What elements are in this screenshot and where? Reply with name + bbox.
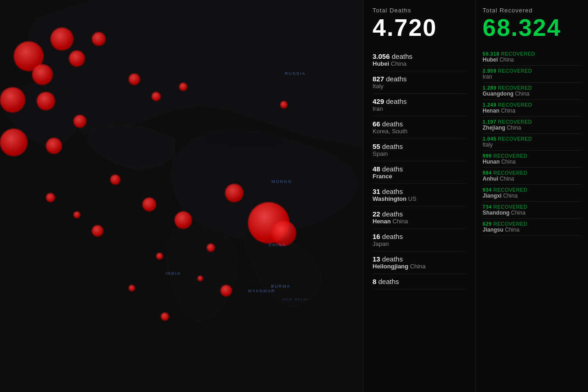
death-count-10: 8 deaths (373, 278, 466, 285)
death-location-5: France (373, 173, 466, 180)
epidemic-dot-s5 (92, 225, 103, 237)
epidemic-dot-s4 (207, 244, 215, 252)
epidemic-dot-eu7 (37, 92, 55, 110)
recovered-count-3: 1.249 recovered (483, 102, 581, 108)
epidemic-dot-iran (280, 101, 288, 108)
epidemic-dot-s7 (46, 193, 55, 202)
death-row-5: 48 deathsFrance (373, 161, 466, 184)
death-count-9: 13 deaths (373, 255, 466, 263)
right-panel: Total Deaths 4.720 3.056 deathsHubei Chi… (363, 0, 588, 392)
epidemic-dot-s2 (142, 198, 156, 211)
epidemic-dot-s10 (220, 285, 232, 296)
recovered-row-0: 50.318 recoveredHubei China (483, 49, 581, 66)
recovered-row-10: 629 recoveredJiangsu China (483, 219, 581, 236)
death-count-7: 22 deaths (373, 210, 466, 218)
epidemic-dot-mid2 (152, 92, 161, 101)
epidemic-dot-eu6 (0, 87, 25, 113)
death-count-8: 16 deaths (373, 233, 466, 240)
recovered-location-10: Jiangsu China (483, 227, 581, 233)
recovered-location-9: Shandong China (483, 210, 581, 216)
total-deaths-value: 4.720 (373, 16, 466, 40)
recovered-location-5: Italy (483, 142, 581, 148)
epidemic-dot-eu2 (51, 28, 74, 51)
death-count-1: 827 deaths (373, 75, 466, 83)
recovered-location-3: Henan China (483, 108, 581, 114)
death-count-5: 48 deaths (373, 165, 466, 173)
epidemic-dot-china2 (225, 184, 243, 202)
recovered-row-3: 1.249 recoveredHenan China (483, 100, 581, 117)
death-location-3: Korea, South (373, 128, 466, 135)
death-count-6: 31 deaths (373, 187, 466, 195)
death-row-1: 827 deathsItaly (373, 71, 466, 94)
deaths-list: 3.056 deathsHubei China827 deathsItaly42… (373, 49, 466, 290)
recovered-row-5: 1.045 recoveredItaly (483, 134, 581, 151)
total-recovered-label: Total Recovered (483, 7, 581, 14)
recovered-row-9: 734 recoveredShandong China (483, 202, 581, 219)
epidemic-dot-china1 (271, 221, 296, 246)
recovered-row-4: 1.197 recoveredZhejiang China (483, 117, 581, 134)
death-row-9: 13 deathsHeilongjiang China (373, 251, 466, 274)
epidemic-dot-mid1 (129, 74, 140, 85)
epidemic-dot-eu5 (92, 32, 106, 46)
recovered-count-0: 50.318 recovered (483, 51, 581, 57)
recovered-count-7: 984 recovered (483, 170, 581, 176)
death-location-9: Heilongjiang China (373, 263, 466, 270)
death-row-3: 66 deathsKorea, South (373, 116, 466, 139)
recovered-location-7: Anhui China (483, 176, 581, 182)
recovered-location-2: Guangdong China (483, 91, 581, 97)
recovered-location-4: Zhejiang China (483, 125, 581, 131)
total-recovered-value: 68.324 (483, 16, 581, 40)
recovered-location-6: Hunan China (483, 159, 581, 165)
epidemic-dot-eu3 (32, 64, 53, 85)
death-count-4: 55 deaths (373, 142, 466, 150)
epidemic-dot-s6 (156, 253, 163, 260)
epidemic-dot-eu4 (69, 51, 85, 67)
epidemic-dot-s12 (161, 312, 169, 321)
recovered-count-5: 1.045 recovered (483, 136, 581, 142)
death-count-2: 429 deaths (373, 97, 466, 105)
death-location-2: Iran (373, 105, 466, 112)
death-location-4: Spain (373, 150, 466, 157)
total-deaths-label: Total Deaths (373, 7, 466, 14)
death-row-10: 8 deaths (373, 274, 466, 290)
death-location-8: Japan (373, 240, 466, 247)
recovered-location-1: Iran (483, 74, 581, 80)
death-row-7: 22 deathsHenan China (373, 206, 466, 229)
death-row-0: 3.056 deathsHubei China (373, 49, 466, 71)
epidemic-dot-mid3 (179, 83, 187, 91)
death-count-0: 3.056 deaths (373, 52, 466, 60)
death-row-2: 429 deathsIran (373, 94, 466, 116)
death-row-4: 55 deathsSpain (373, 139, 466, 161)
recovered-location-8: Jiangxi China (483, 193, 581, 199)
death-row-6: 31 deathsWashington US (373, 184, 466, 206)
death-row-8: 16 deathsJapan (373, 229, 466, 251)
recovered-row-1: 2.959 recoveredIran (483, 66, 581, 83)
recovered-location-0: Hubei China (483, 57, 581, 63)
recovered-count-6: 999 recovered (483, 153, 581, 159)
death-location-1: Italy (373, 83, 466, 90)
recovered-row-2: 1.289 recoveredGuangdong China (483, 83, 581, 100)
epidemic-dot-eu8 (0, 129, 28, 156)
death-location-6: Washington US (373, 195, 466, 202)
recovered-count-9: 734 recovered (483, 204, 581, 210)
map-background: RUSSIA MONGO CHINA INDIA MYANMAR BURMA N… (0, 0, 363, 392)
recovered-row-6: 999 recoveredHunan China (483, 151, 581, 168)
epidemic-dot-s11 (129, 285, 135, 291)
recovered-count-2: 1.289 recovered (483, 85, 581, 91)
deaths-panel: Total Deaths 4.720 3.056 deathsHubei Chi… (363, 0, 476, 392)
epidemic-dot-s9 (198, 276, 203, 281)
epidemic-dot-s3 (175, 211, 192, 229)
recovered-panel: Total Recovered 68.324 50.318 recoveredH… (476, 0, 588, 392)
recovered-row-7: 984 recoveredAnhui China (483, 168, 581, 185)
recovered-list: 50.318 recoveredHubei China2.959 recover… (483, 49, 581, 236)
recovered-count-1: 2.959 recovered (483, 68, 581, 74)
recovered-row-8: 934 recoveredJiangxi China (483, 185, 581, 202)
epidemic-dot-eu10 (74, 115, 86, 128)
death-count-3: 66 deaths (373, 120, 466, 128)
death-location-0: Hubei China (373, 60, 466, 67)
epidemic-dot-eu9 (46, 138, 62, 154)
recovered-count-8: 934 recovered (483, 187, 581, 193)
epidemic-dot-s8 (74, 211, 80, 218)
epidemic-dot-s1 (110, 175, 120, 185)
death-location-7: Henan China (373, 218, 466, 225)
